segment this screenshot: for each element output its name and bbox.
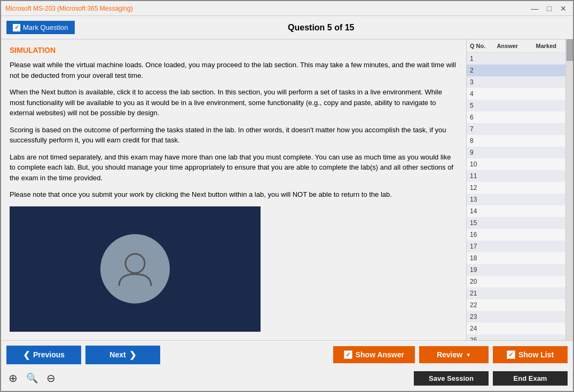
row-answer (488, 206, 527, 216)
sidebar-row[interactable]: 25 (467, 334, 565, 340)
row-marked (527, 54, 566, 63)
row-marked (527, 324, 566, 333)
save-end-controls: Save Session End Exam (414, 371, 568, 386)
show-answer-checkbox-icon (344, 350, 352, 359)
sidebar-list[interactable]: 1 2 3 4 5 6 7 8 (467, 53, 565, 340)
sidebar-row[interactable]: 4 (467, 88, 565, 100)
show-answer-button[interactable]: Show Answer (333, 346, 415, 363)
minimize-button[interactable]: — (529, 4, 541, 13)
title-suffix: ) (131, 5, 133, 12)
row-num: 9 (467, 148, 488, 157)
sidebar-row[interactable]: 22 (467, 299, 565, 311)
sidebar-row[interactable]: 5 (467, 100, 565, 111)
paragraph-3: Scoring is based on the outcome of perfo… (10, 125, 458, 146)
zoom-reset-button[interactable]: 🔍 (24, 371, 40, 385)
row-answer (488, 148, 527, 157)
window-title: Microsoft MS-203 (Microsoft 365 Messagin… (5, 5, 133, 12)
row-answer (488, 277, 527, 286)
sidebar-row[interactable]: 16 (467, 229, 565, 241)
mark-question-label: Mark Question (23, 23, 68, 31)
row-num: 16 (467, 230, 488, 239)
row-num: 20 (467, 277, 488, 286)
scrollbar-thumb[interactable] (567, 39, 573, 61)
row-marked (527, 230, 566, 239)
row-answer (488, 230, 527, 239)
review-dropdown-icon: ▼ (466, 352, 471, 358)
row-num: 4 (467, 89, 488, 99)
row-marked (527, 113, 566, 122)
sidebar-row[interactable]: 18 (467, 252, 565, 264)
row-answer (488, 218, 527, 228)
main-area: SIMULATION Please wait while the virtual… (1, 39, 573, 340)
zoom-out-button[interactable]: ⊖ (44, 371, 58, 386)
mark-question-button[interactable]: Mark Question (6, 21, 75, 34)
sidebar-row[interactable]: 14 (467, 205, 565, 217)
sidebar-row[interactable]: 10 (467, 158, 565, 170)
row-marked (527, 101, 566, 110)
row-num: 2 (467, 66, 488, 75)
row-answer (488, 101, 527, 110)
sidebar-row[interactable]: 8 (467, 135, 565, 147)
sidebar-row[interactable]: 7 (467, 123, 565, 135)
maximize-button[interactable]: □ (545, 4, 554, 13)
row-num: 12 (467, 183, 488, 193)
row-num: 25 (467, 335, 488, 340)
sidebar-row[interactable]: 17 (467, 241, 565, 252)
show-list-checkbox-icon (507, 350, 515, 359)
bottom-bar: ❮ Previous Next ❯ Show Answer Review ▼ S… (1, 340, 573, 391)
avatar-circle (100, 234, 170, 303)
sidebar-row[interactable]: 3 (467, 76, 565, 88)
sidebar-row[interactable]: 13 (467, 194, 565, 205)
window-controls: — □ ✕ (529, 4, 569, 13)
sidebar-row[interactable]: 2 (467, 65, 565, 76)
sidebar-row[interactable]: 11 (467, 170, 565, 182)
row-marked (527, 312, 566, 322)
save-session-button[interactable]: Save Session (414, 371, 489, 386)
row-answer (488, 335, 527, 340)
svg-point-0 (125, 254, 145, 273)
question-title: Question 5 of 15 (75, 23, 568, 33)
zoom-controls: ⊕ 🔍 ⊖ (6, 369, 58, 388)
sidebar-row[interactable]: 23 (467, 311, 565, 323)
row-num: 8 (467, 136, 488, 146)
sidebar-row[interactable]: 20 (467, 276, 565, 287)
row-num: 17 (467, 242, 488, 251)
previous-button[interactable]: ❮ Previous (6, 346, 81, 364)
paragraph-4: Labs are not timed separately, and this … (10, 152, 458, 183)
row-marked (527, 242, 566, 251)
next-button[interactable]: Next ❯ (85, 346, 160, 364)
sidebar-scrollbar[interactable] (565, 39, 573, 340)
sidebar-row[interactable]: 19 (467, 264, 565, 276)
row-answer (488, 113, 527, 122)
sidebar-row[interactable]: 9 (467, 147, 565, 158)
sidebar-row[interactable]: 1 (467, 53, 565, 65)
row-answer (488, 253, 527, 263)
show-answer-label: Show Answer (356, 350, 404, 359)
sidebar-row[interactable]: 21 (467, 287, 565, 299)
close-button[interactable]: ✕ (558, 4, 569, 13)
sidebar-row[interactable]: 12 (467, 182, 565, 194)
sidebar-row[interactable]: 15 (467, 217, 565, 229)
show-list-button[interactable]: Show List (493, 346, 568, 363)
row-marked (527, 159, 566, 169)
row-num: 13 (467, 195, 488, 204)
sidebar-row[interactable]: 6 (467, 111, 565, 123)
row-answer (488, 89, 527, 99)
content-area: SIMULATION Please wait while the virtual… (1, 39, 467, 340)
next-arrow-icon: ❯ (129, 350, 136, 360)
title-highlight: Microsoft 365 Messaging (59, 5, 130, 12)
row-answer (488, 195, 527, 204)
row-marked (527, 66, 566, 75)
zoom-in-button[interactable]: ⊕ (6, 371, 20, 386)
sidebar-row[interactable]: 24 (467, 323, 565, 334)
row-num: 10 (467, 159, 488, 169)
next-label: Next (109, 350, 125, 359)
show-list-label: Show List (518, 350, 554, 359)
end-exam-button[interactable]: End Exam (493, 371, 568, 386)
row-marked (527, 124, 566, 134)
col-q-no-header: Q No. (467, 42, 488, 50)
row-num: 23 (467, 312, 488, 322)
row-answer (488, 124, 527, 134)
paragraph-1: Please wait while the virtual machine lo… (10, 60, 458, 81)
review-button[interactable]: Review ▼ (419, 346, 489, 363)
